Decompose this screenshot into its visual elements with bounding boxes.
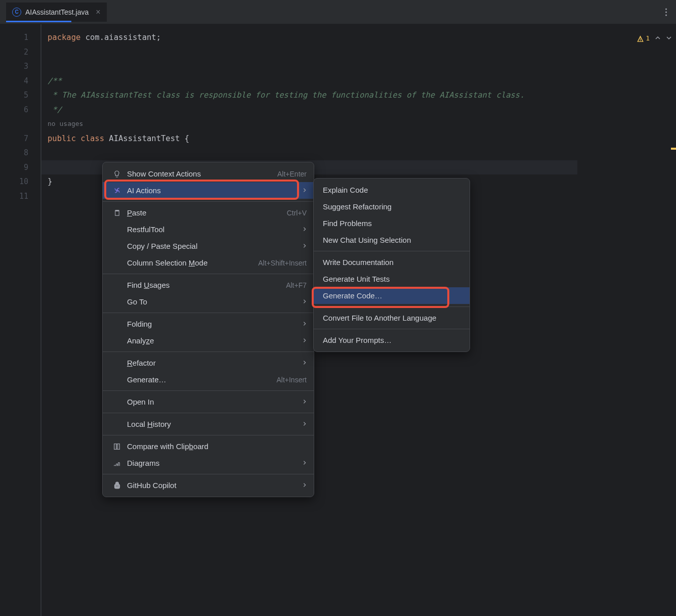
close-icon[interactable]: × [96, 8, 100, 16]
menu-item-label: Local History [127, 420, 298, 428]
menu-item-label: Write Documentation [323, 258, 462, 267]
menu-item-label: Generate Unit Tests [323, 275, 462, 283]
menu-item-label: Analyze [127, 336, 298, 345]
menu-separator [103, 351, 314, 352]
menu-item[interactable]: PasteCtrl+V [103, 204, 314, 221]
menu-item[interactable]: Copy / Paste Special [103, 238, 314, 254]
menu-item[interactable]: Explain Code [314, 182, 470, 198]
menu-separator [314, 306, 470, 307]
menu-item-label: Open In [127, 398, 298, 406]
code-line: package com.aiassistant; [48, 30, 676, 45]
menu-item[interactable]: Convert File to Another Language [314, 310, 470, 326]
chevron-right-icon [298, 337, 307, 344]
editor-tab-bar: C AIAssistantTest.java × [0, 0, 676, 24]
menu-item-label: RestfulTool [127, 225, 298, 234]
menu-item[interactable]: Folding [103, 316, 314, 332]
menu-separator [103, 201, 314, 202]
warning-stripe-marker[interactable] [671, 148, 676, 150]
code-line: * The AIAssistantTest class is responsib… [48, 88, 676, 103]
chevron-right-icon [298, 360, 307, 367]
chevron-down-icon[interactable] [666, 31, 672, 46]
menu-item[interactable]: Go To [103, 293, 314, 310]
menu-item-label: Explain Code [323, 186, 462, 194]
menu-item-label: GitHub Copilot [127, 481, 298, 490]
code-line: public class AIAssistantTest { [48, 131, 676, 146]
code-line [48, 59, 676, 74]
menu-item[interactable]: Compare with Clipboard [103, 438, 314, 455]
menu-item-label: Show Context Actions [127, 169, 277, 178]
menu-item[interactable]: New Chat Using Selection [314, 232, 470, 248]
clipboard-icon [112, 209, 122, 216]
menu-separator [103, 435, 314, 435]
menu-item[interactable]: Suggest Refactoring [314, 198, 470, 215]
chevron-right-icon [298, 298, 307, 305]
line-number-gutter: 1 2 3 4 5 6 7 8 9 10 11 [0, 24, 40, 616]
menu-item-label: Folding [127, 320, 298, 328]
menu-item[interactable]: Find UsagesAlt+F7 [103, 277, 314, 293]
code-line [48, 45, 676, 60]
menu-item[interactable]: Show Context ActionsAlt+Enter [103, 165, 314, 182]
menu-item[interactable]: Column Selection ModeAlt+Shift+Insert [103, 254, 314, 271]
chevron-right-icon [298, 321, 307, 328]
menu-separator [314, 251, 470, 251]
menu-separator [103, 413, 314, 413]
class-icon: C [12, 8, 21, 17]
diagram-icon [112, 459, 122, 467]
menu-item-label: Refactor [127, 359, 298, 367]
spiral-icon [112, 186, 122, 195]
chevron-up-icon[interactable] [655, 31, 661, 46]
menu-item[interactable]: RestfulTool [103, 221, 314, 238]
menu-item[interactable]: Add Your Prompts… [314, 332, 470, 348]
menu-item-label: Add Your Prompts… [323, 336, 462, 344]
menu-item-label: Compare with Clipboard [127, 442, 307, 451]
menu-item-label: Go To [127, 297, 298, 306]
menu-item[interactable]: Generate Unit Tests [314, 271, 470, 287]
menu-separator [103, 390, 314, 391]
menu-item-label: Find Usages [127, 281, 286, 289]
code-line: */ [48, 103, 676, 117]
menu-item[interactable]: Generate Code… [314, 287, 470, 304]
menu-item[interactable]: Analyze [103, 332, 314, 349]
menu-item-label: AI Actions [127, 186, 298, 195]
menu-item-label: Generate… [127, 375, 276, 384]
submenu-ai-actions: Explain CodeSuggest RefactoringFind Prob… [313, 178, 470, 352]
bulb-icon [112, 170, 122, 178]
chevron-right-icon [298, 226, 307, 233]
chevron-right-icon [298, 482, 307, 489]
menu-item-label: Convert File to Another Language [323, 314, 462, 322]
context-menu: Show Context ActionsAlt+EnterAI ActionsP… [102, 162, 314, 497]
menu-item-label: Column Selection Mode [127, 258, 258, 267]
menu-item-label: Paste [127, 208, 287, 217]
chevron-right-icon [298, 421, 307, 428]
menu-item[interactable]: Open In [103, 393, 314, 410]
menu-item-label: New Chat Using Selection [323, 236, 462, 244]
menu-item[interactable]: Generate…Alt+Insert [103, 371, 314, 388]
menu-item[interactable]: AI Actions [103, 182, 314, 199]
file-tab[interactable]: C AIAssistantTest.java × [6, 3, 107, 22]
menu-item-label: Suggest Refactoring [323, 202, 462, 211]
menu-item-label: Find Problems [323, 219, 462, 228]
menu-item[interactable]: Diagrams [103, 455, 314, 471]
menu-separator [103, 474, 314, 474]
more-vert-icon[interactable] [665, 8, 667, 16]
menu-shortcut: Alt+F7 [286, 281, 307, 289]
chevron-right-icon [298, 187, 307, 194]
menu-item[interactable]: Find Problems [314, 215, 470, 232]
chevron-right-icon [298, 460, 307, 467]
code-line [48, 146, 676, 160]
menu-item-label: Diagrams [127, 459, 298, 467]
menu-shortcut: Alt+Enter [277, 170, 307, 178]
copilot-icon [112, 481, 122, 490]
usages-inlay[interactable]: no usages [48, 117, 676, 131]
inspections-widget[interactable]: 1 [637, 31, 672, 46]
menu-item-label: Copy / Paste Special [127, 242, 298, 250]
code-line: /** [48, 74, 676, 89]
menu-separator [103, 313, 314, 313]
menu-item[interactable]: Refactor [103, 355, 314, 371]
warning-icon: 1 [637, 31, 650, 46]
menu-item[interactable]: Local History [103, 416, 314, 432]
menu-item[interactable]: Write Documentation [314, 254, 470, 271]
chevron-right-icon [298, 243, 307, 250]
menu-item[interactable]: GitHub Copilot [103, 477, 314, 494]
menu-shortcut: Alt+Shift+Insert [258, 259, 307, 267]
